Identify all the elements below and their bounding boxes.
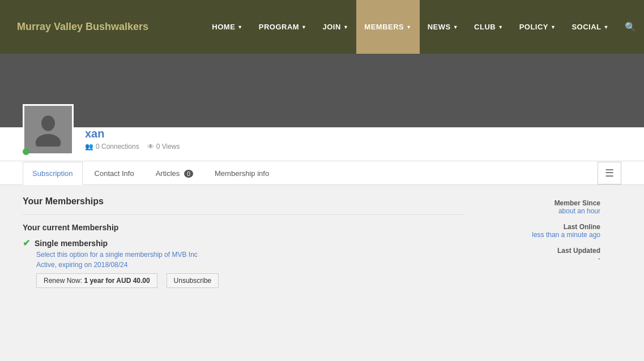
main-content: Your Memberships Your current Membership… bbox=[0, 185, 623, 313]
chevron-down-icon: ▼ bbox=[237, 24, 242, 30]
profile-info: xan 👥 0 Connections 👁 0 Views bbox=[85, 127, 180, 155]
connections-meta: 👥 0 Connections bbox=[85, 143, 139, 151]
checkmark-icon: ✔ bbox=[23, 238, 30, 248]
tab-menu-icon[interactable]: ☰ bbox=[598, 162, 621, 184]
last-updated-value: - bbox=[476, 255, 600, 263]
membership-name: ✔ Single membership bbox=[23, 238, 464, 248]
chevron-down-icon: ▼ bbox=[498, 24, 503, 30]
avatar-icon bbox=[31, 113, 65, 147]
tab-articles[interactable]: Articles 0 bbox=[146, 162, 203, 185]
svg-point-1 bbox=[36, 134, 61, 147]
navbar: Murray Valley Bushwalkers HOME ▼ PROGRAM… bbox=[0, 0, 644, 54]
chevron-down-icon: ▼ bbox=[604, 24, 609, 30]
articles-badge: 0 bbox=[184, 170, 193, 178]
member-since-value: about an hour bbox=[476, 207, 600, 215]
tab-contact-info[interactable]: Contact Info bbox=[85, 162, 144, 185]
nav-link-home[interactable]: HOME ▼ bbox=[204, 0, 250, 54]
section-title: Your Memberships bbox=[23, 196, 464, 207]
profile-area: xan 👥 0 Connections 👁 0 Views bbox=[0, 127, 644, 161]
tab-membership-info[interactable]: Membership info bbox=[205, 162, 279, 185]
online-status-dot bbox=[23, 148, 29, 155]
avatar bbox=[23, 104, 74, 155]
last-updated-label: Last Updated bbox=[476, 247, 600, 255]
nav-link-policy[interactable]: POLICY ▼ bbox=[511, 0, 564, 54]
chevron-down-icon: ▼ bbox=[343, 24, 348, 30]
membership-item: ✔ Single membership Select this option f… bbox=[23, 238, 464, 298]
nav-item-join[interactable]: JOIN ▼ bbox=[315, 0, 357, 54]
chevron-down-icon: ▼ bbox=[551, 24, 556, 30]
nav-item-policy[interactable]: POLICY ▼ bbox=[511, 0, 564, 54]
membership-description: Select this option for a single membersh… bbox=[36, 251, 464, 259]
brand[interactable]: Murray Valley Bushwalkers bbox=[0, 0, 165, 54]
search-icon[interactable]: 🔍 bbox=[617, 22, 644, 32]
chevron-down-icon: ▼ bbox=[453, 24, 458, 30]
avatar-wrapper bbox=[23, 104, 74, 155]
nav-link-news[interactable]: NEWS ▼ bbox=[420, 0, 466, 54]
svg-point-0 bbox=[41, 115, 55, 131]
member-since-label: Member Since bbox=[476, 199, 600, 207]
chevron-down-icon: ▼ bbox=[301, 24, 306, 30]
connections-icon: 👥 bbox=[85, 143, 93, 151]
tab-subscription[interactable]: Subscription bbox=[23, 162, 83, 185]
profile-meta: 👥 0 Connections 👁 0 Views bbox=[85, 143, 180, 151]
nav-item-social[interactable]: SOCIAL ▼ bbox=[564, 0, 617, 54]
last-online-label: Last Online bbox=[476, 223, 600, 231]
tabs-bar: Subscription Contact Info Articles 0 Mem… bbox=[0, 161, 644, 185]
nav-link-club[interactable]: CLUB ▼ bbox=[466, 0, 511, 54]
divider bbox=[23, 214, 464, 215]
nav-link-social[interactable]: SOCIAL ▼ bbox=[564, 0, 617, 54]
chevron-down-icon: ▼ bbox=[406, 24, 411, 30]
nav-item-search[interactable]: 🔍 bbox=[617, 0, 644, 54]
nav-link-program[interactable]: PROGRAM ▼ bbox=[251, 0, 315, 54]
content-left: Your Memberships Your current Membership… bbox=[23, 196, 464, 302]
nav-item-club[interactable]: CLUB ▼ bbox=[466, 0, 511, 54]
unsubscribe-button[interactable]: Unsubscribe bbox=[167, 273, 219, 288]
content-right: Member Since about an hour Last Online l… bbox=[476, 196, 600, 302]
nav-item-members[interactable]: MEMBERS ▼ bbox=[356, 0, 419, 54]
views-icon: 👁 bbox=[147, 143, 154, 151]
membership-expiry: Active, expiring on 2018/08/24 bbox=[36, 261, 464, 269]
renew-detail: 1 year for AUD 40.00 bbox=[84, 277, 150, 285]
nav-item-program[interactable]: PROGRAM ▼ bbox=[251, 0, 315, 54]
nav-item-news[interactable]: NEWS ▼ bbox=[420, 0, 466, 54]
nav-items: HOME ▼ PROGRAM ▼ JOIN ▼ MEMBERS ▼ NEWS bbox=[204, 0, 644, 54]
last-online-value: less than a minute ago bbox=[476, 231, 600, 239]
nav-item-home[interactable]: HOME ▼ bbox=[204, 0, 250, 54]
nav-link-join[interactable]: JOIN ▼ bbox=[315, 0, 357, 54]
profile-name: xan bbox=[85, 127, 180, 140]
views-meta: 👁 0 Views bbox=[147, 143, 180, 151]
sub-title: Your current Membership bbox=[23, 223, 464, 232]
nav-link-members[interactable]: MEMBERS ▼ bbox=[356, 0, 419, 54]
renew-button[interactable]: Renew Now: 1 year for AUD 40.00 bbox=[36, 273, 157, 288]
cover-image bbox=[0, 54, 644, 127]
